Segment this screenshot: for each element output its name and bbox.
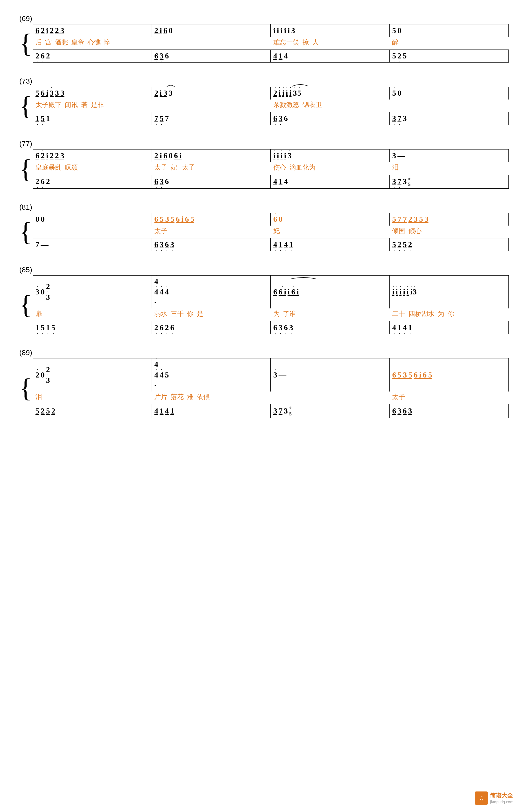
note-i-dot3: ·i (280, 26, 283, 36)
note-idot-77-1: ·i (273, 151, 276, 161)
bass-line-81: 7 — 6· 3· 6· 3· 4· 1· 4· 1· (33, 238, 509, 251)
bn-2c: 2· (397, 51, 401, 61)
bass-73-4: 3· 7· 3 (390, 112, 508, 125)
bass-73-1: 1· 5· 1 (33, 112, 152, 125)
bn-63-77: 6· (154, 176, 158, 187)
note-3dot-89: ·3 (273, 370, 277, 380)
lyric-85-4: 二十 四桥湖水 为 你 (390, 308, 509, 321)
note-iiiii3-85: ·i (399, 287, 401, 297)
bass-81-4: 5· 2· 5· 2· (390, 238, 508, 251)
note-4-89: ·4 (160, 370, 163, 380)
bn-3: 3· (160, 51, 163, 61)
note-6-77: 6 (35, 151, 39, 161)
bass-81-3: 4· 1· 4· 1· (271, 238, 390, 251)
note-6i-73: 6 i (41, 88, 48, 98)
measure-89-1: ·2 0 ·2 ·3 (33, 359, 152, 392)
note-0c: 0 (397, 88, 401, 98)
note-33-73: 3 3 (55, 88, 64, 98)
bass-89-1: 5· 2· 5· 2· (33, 404, 152, 418)
melody-line-89: ·2 0 ·2 ·3 ·4 ·4 · ·4 5 (33, 358, 509, 392)
bass-line-85: 1· 5· 1· 5· 2· 6· 2· 6· 6· 3· 6· 3· (33, 321, 509, 334)
bn-1b-89: 1· (170, 406, 174, 416)
system-number-73: (73) (19, 77, 509, 85)
bn-1-73: 1· (35, 114, 39, 124)
bn-6-89: 6· (392, 406, 396, 416)
bn-4-89: 4· (154, 406, 158, 416)
lyric-81-2: 太子 (152, 226, 271, 238)
note-5-89: 5 (165, 370, 169, 380)
note-i3dot-85: ·i ·3 (410, 287, 417, 297)
note-iiiii5-85: ·i (407, 287, 409, 297)
bn-2b-81: 2· (408, 240, 412, 250)
lyric-89-1: 泪 (33, 392, 152, 404)
measure-69-1: 6 ·2 i 2 2 3 (33, 24, 152, 37)
measure-73-1: 5 6 i ·3 3 3 (33, 87, 152, 100)
vbar-bass-77-4 (509, 175, 509, 188)
system-85: (85) { ·3 0 ·2 ·3 ·4 ·4 (19, 266, 509, 334)
note-6535-89: 6 5 3 5 (392, 370, 412, 380)
measure-73-4: ·5 0 (390, 87, 508, 100)
system-81: (81) { 0 0 6 5 3 5 6 i 6 5 ·6 0 (19, 203, 509, 251)
bn-3d-89: 3· (408, 406, 412, 416)
measure-89-2: ·4 ·4 · ·4 5 (152, 359, 270, 392)
note-44dot-85: ·4 ·4 · (154, 277, 158, 308)
bn-3b-85: 3· (289, 323, 293, 333)
bn-2b: 2· (46, 51, 50, 61)
bn-5b-73: 5· (160, 114, 163, 124)
note-5dot-73: ·5 (392, 88, 396, 98)
note-dash-77: — (397, 151, 405, 161)
note-23-89: ·2 ·3 (46, 365, 50, 385)
bn-7b-77: 7· (397, 176, 401, 187)
lyric-85-3: 为 了谁 (271, 308, 390, 321)
logo-icon: ♫ (475, 792, 488, 805)
note-44dot-89: ·4 ·4 · (154, 359, 158, 391)
vbar-bass-89-4 (509, 404, 509, 418)
bass-77-4: 3· 7· 3 #5 (390, 175, 508, 188)
lyric-77-4: 泪 (390, 162, 509, 175)
note-6i-85: ·6 i (279, 287, 286, 297)
note-2dot2-73: ·2 (273, 88, 277, 98)
measure-81-4: 5 7 7 2 3 5 3 (390, 213, 508, 226)
bn-3d-73: 3 (403, 114, 407, 124)
staff-81: 0 0 6 5 3 5 6 i 6 5 ·6 0 5 7 7 2 3 5 3 (33, 213, 509, 251)
bn-dash-81: — (41, 240, 48, 250)
bn-7-89: 7· (279, 406, 282, 416)
system-number-89: (89) (19, 349, 509, 357)
logo-site-text: jianpudq.com (490, 799, 514, 804)
bn-1-89: 1· (160, 406, 163, 416)
note-5: 5 (392, 26, 396, 36)
system-body-69: { 6 ·2 i 2 2 3 2 i 6 0 ·i (19, 24, 509, 62)
bn-6c-73: 6 (284, 114, 288, 124)
bn-1-81: 1· (279, 240, 282, 250)
measure-89-4: 6 5 3 5 6 i 6 5 (390, 359, 508, 392)
bass-line-89: 5· 2· 5· 2· 4· 1· 4· 1· 3· 7· 3 #5 (33, 404, 509, 418)
note-0-77: 0 (169, 151, 173, 161)
logo-main-text: 简谱大全 (490, 792, 514, 799)
note-0c-81: 0 (279, 214, 282, 224)
lyric-81-1 (33, 226, 152, 238)
bn-2-81: 2· (397, 240, 401, 250)
note-5-73: 5 (35, 88, 39, 98)
note-idot3-73: ·i (282, 88, 284, 98)
svg-text:♫: ♫ (479, 794, 484, 802)
melody-line-77: 6 ·2 i 2 2 3 2 i 6 0 6 i ·i i ·i (33, 149, 509, 162)
note-3dot2-77: ·3 (392, 151, 396, 161)
lyric-line-89: 泪 片片 落花 难 依偎 太子 (33, 392, 509, 404)
lyric-89-4: 太子 (390, 392, 509, 404)
note-6i-77: 6 i (174, 151, 181, 161)
bass-89-3: 3· 7· 3 #5 (271, 404, 390, 418)
bn-4b: 4 (284, 51, 288, 61)
lyric-73-3: 杀戮激怒 锦衣卫 (271, 100, 390, 112)
note-i1: i (46, 26, 48, 36)
staff-73: 5 6 i ·3 3 3 2 i 3 3 ·2 ·i ·i (33, 87, 509, 125)
bn-4-85: 4· (392, 323, 396, 333)
bn-1-77: 1 (279, 176, 282, 187)
lyric-77-2: 太子 妃 太子 (152, 162, 271, 175)
bn-7c-73: 7· (397, 114, 401, 124)
lyric-81-4: 倾国 倾心 (390, 226, 509, 238)
bass-69-4: 5· 2· 5 (390, 50, 508, 62)
bn-5-85: 5· (41, 323, 45, 333)
bn-2b-85: 2· (165, 323, 169, 333)
note-2-2: 2 (50, 26, 54, 36)
bn-1-85: 1· (35, 323, 39, 333)
